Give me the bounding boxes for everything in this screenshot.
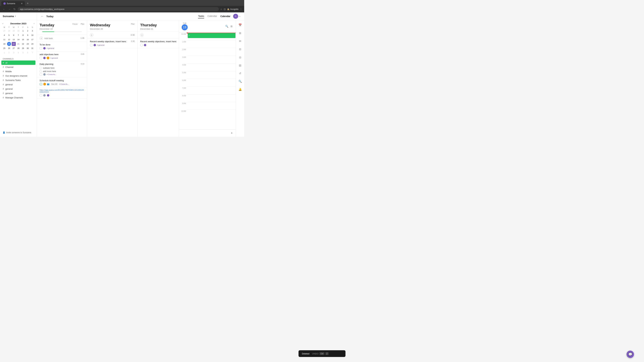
cal-day-14[interactable]: 14 [16,37,20,41]
task-wed-objectives-check[interactable] [90,44,92,46]
side-icon-notification[interactable]: 🔔 [238,87,243,92]
tab-tasks[interactable]: Tasks [198,14,204,18]
channel-item-all[interactable]: # all [1,60,36,65]
cal-day-jan6[interactable]: 6 [26,51,30,55]
side-icon-layers[interactable]: ⊟ [238,46,243,52]
subtask-1-check[interactable] [40,67,42,69]
task-to-be-done-check[interactable] [40,47,42,50]
cal-day-26[interactable]: 26 [7,46,11,50]
cal-day-29[interactable]: 29 [21,46,25,50]
channel-item-general2[interactable]: # general [0,87,37,91]
cal-day-12[interactable]: 12 [7,37,11,41]
task-card-daily-planning[interactable]: Daily planning 0:10 subtask here add mor… [37,61,87,78]
logo-chevron-icon[interactable]: ▾ [15,15,16,17]
cal-day-nov30[interactable]: 30 [16,29,20,33]
channel-item-manage[interactable]: # Manage Channels [0,95,37,100]
cal-day-24[interactable]: 24 [30,42,34,46]
cal-day-9[interactable]: 9 [26,33,30,37]
cal-day-2[interactable]: 2 [26,29,30,33]
task-thu-objectives-check[interactable] [140,44,143,46]
collapse-sidebar-button[interactable]: ← [40,14,44,18]
cal-day-nov29[interactable]: 29 [12,29,16,33]
user-avatar[interactable]: A [233,14,238,19]
address-bar[interactable] [18,7,219,11]
grid-view-button[interactable]: ⊞ [230,24,233,28]
active-tab[interactable]: Sunsama ✕ [1,1,25,6]
add-calendar-event-button[interactable]: + [230,131,233,135]
wednesday-add-task-button[interactable]: + [90,33,93,37]
extension-icon[interactable]: ⊡ [224,8,226,10]
mini-cal-next-button[interactable]: › [33,22,35,25]
channel-item-middle[interactable]: # Middle [0,69,37,73]
cal-day-11[interactable]: 11 [2,37,6,41]
cal-day-18[interactable]: 18 [2,42,6,46]
tab-calendar[interactable]: Calendar [208,14,217,18]
cal-day-1[interactable]: 1 [21,29,25,33]
thursday-add-task-row[interactable]: + [138,32,179,38]
channel-item-general3[interactable]: # general [0,91,37,95]
cal-day-23[interactable]: 23 [26,42,30,46]
channel-item-channel[interactable]: # Channel [0,65,37,69]
cal-day-30[interactable]: 30 [26,46,30,50]
channel-item-general1[interactable]: # general [0,82,37,87]
app-logo[interactable]: Sunsama [3,15,14,17]
cal-day-4[interactable]: 4 [2,33,6,37]
cal-day-nov28[interactable]: 28 [7,29,11,33]
cal-day-7[interactable]: 7 [16,33,20,37]
cal-day-19-today[interactable]: 19 [7,42,11,46]
forward-button[interactable]: → [8,7,12,11]
task-daily-planning-check[interactable] [40,73,42,76]
task-card-thu-objectives[interactable]: Recent weekly objectives, insert here: [138,38,179,48]
cal-day-jan7[interactable]: 7 [30,51,34,55]
channel-item-sunsama-tasks[interactable]: # Sunsama Tasks [0,78,37,82]
side-icon-search[interactable]: 🔍 [238,79,243,84]
cal-day-13[interactable]: 13 [12,37,16,41]
side-icon-calendar[interactable]: 📅 [238,22,243,28]
today-button[interactable]: Today [46,15,54,18]
channel-item-designers[interactable]: # Our designers channel [0,73,37,78]
cal-day-jan5[interactable]: 5 [21,51,25,55]
cal-day-31[interactable]: 31 [30,46,34,50]
cal-day-25[interactable]: 25 [2,46,6,50]
cal-day-jan1[interactable]: 1 [2,51,6,55]
new-tab-button[interactable]: + [26,1,30,6]
task-card-wed-objectives[interactable]: Recent weekly objectives, insert here: 0… [87,38,137,48]
task-kickoff-check[interactable] [40,83,42,85]
cal-day-20-wed[interactable]: 20 [12,42,16,46]
cal-event-1[interactable]: ✓ [188,33,236,38]
cal-day-jan4[interactable]: 4 [16,51,20,55]
side-icon-refresh[interactable]: ↺ [238,70,243,76]
mini-cal-prev-button[interactable]: ‹ [2,22,4,25]
side-icon-receipt[interactable]: ▤ [238,62,243,68]
task-objectives-check[interactable] [40,57,42,59]
task-url-check[interactable] [40,94,42,97]
tab-close-button[interactable]: ✕ [21,2,23,5]
cal-day-nov27[interactable]: 27 [2,29,6,33]
invite-button[interactable]: 👤 Invite someone to Sunsama [3,130,34,135]
wednesday-add-task-row[interactable]: + 0:30 [87,32,137,38]
task-card-url[interactable]: https://app.asana.com/0/1206174676385119… [37,87,87,98]
side-icon-location[interactable]: ◎ [238,54,243,60]
thursday-add-task-button[interactable]: + [140,33,144,37]
cal-day-28[interactable]: 28 [16,46,20,50]
cal-day-17[interactable]: 17 [30,37,34,41]
refresh-button[interactable]: ↻ [13,7,16,11]
cal-day-5[interactable]: 5 [7,33,11,37]
cal-day-jan3[interactable]: 3 [12,51,16,55]
cal-day-10[interactable]: 10 [30,33,34,37]
menu-icon[interactable]: ⋮ [240,8,242,10]
back-button[interactable]: ← [2,7,6,11]
zoom-in-button[interactable]: 🔍 [225,24,229,28]
cal-day-jan2[interactable]: 2 [7,51,11,55]
panel-toggle-button[interactable]: → [238,15,241,18]
cal-day-27[interactable]: 27 [12,46,16,50]
bookmark-icon[interactable]: ☆ [220,8,222,10]
side-icon-mail[interactable]: ✉ [238,38,243,44]
cal-day-3[interactable]: 3 [30,29,34,33]
task-card-objectives[interactable]: add objectives here 0:05 # general [37,51,87,61]
cal-day-6[interactable]: 6 [12,33,16,37]
cal-day-8[interactable]: 8 [21,33,25,37]
side-icon-grid[interactable]: ⊞ [238,30,243,36]
cal-day-16[interactable]: 16 [26,37,30,41]
tuesday-add-task-row[interactable]: + Add task 1:35 [37,35,87,42]
